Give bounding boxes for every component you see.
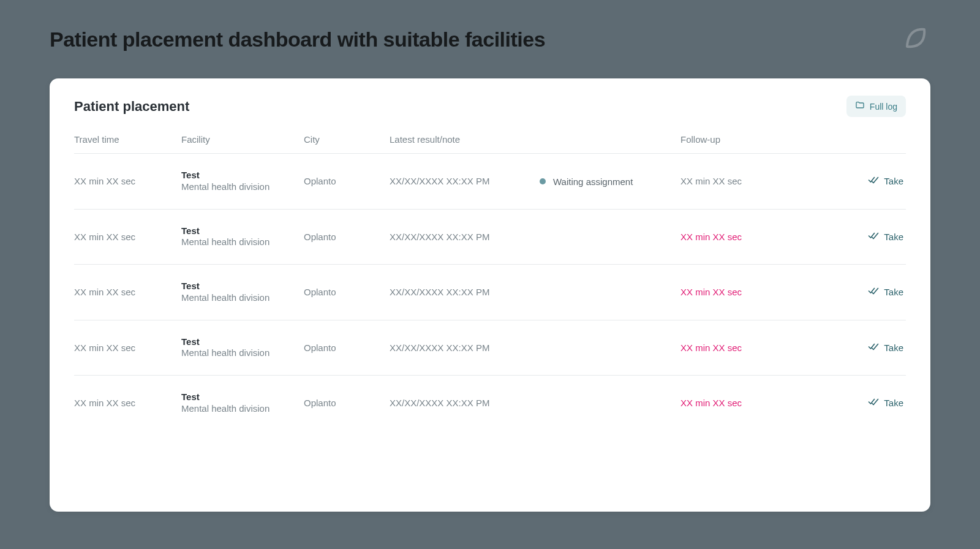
placements-table: Travel time Facility City Latest result/… bbox=[74, 127, 906, 431]
facility-subtitle: Mental health division bbox=[181, 292, 304, 304]
status-badge: Waiting assignment bbox=[540, 176, 633, 187]
status-text: Waiting assignment bbox=[553, 176, 633, 187]
cell-followup: XX min XX sec bbox=[680, 343, 803, 353]
double-check-icon bbox=[868, 341, 879, 354]
table-header: Travel time Facility City Latest result/… bbox=[74, 127, 906, 153]
col-travel-time: Travel time bbox=[74, 134, 181, 145]
cell-followup: XX min XX sec bbox=[680, 398, 803, 408]
table-row: XX min XX sec Test Mental health divisio… bbox=[74, 320, 906, 376]
facility-subtitle: Mental health division bbox=[181, 403, 304, 415]
cell-action: Take bbox=[803, 285, 907, 299]
double-check-icon bbox=[868, 286, 879, 298]
col-followup: Follow-up bbox=[680, 134, 803, 145]
cell-travel-time: XX min XX sec bbox=[74, 232, 181, 242]
cell-followup: XX min XX sec bbox=[680, 176, 803, 186]
facility-name: Test bbox=[181, 336, 304, 348]
full-log-button[interactable]: Full log bbox=[846, 96, 906, 117]
cell-travel-time: XX min XX sec bbox=[74, 398, 181, 408]
col-latest: Latest result/note bbox=[390, 134, 540, 145]
cell-action: Take bbox=[803, 230, 907, 244]
take-label: Take bbox=[884, 398, 903, 408]
cell-city: Oplanto bbox=[304, 232, 390, 242]
take-label: Take bbox=[884, 287, 903, 297]
table-row: XX min XX sec Test Mental health divisio… bbox=[74, 209, 906, 265]
cell-city: Oplanto bbox=[304, 176, 390, 186]
cell-facility: Test Mental health division bbox=[181, 281, 304, 304]
folder-icon bbox=[855, 100, 865, 112]
col-facility: Facility bbox=[181, 134, 304, 145]
double-check-icon bbox=[868, 175, 879, 187]
brand-leaf-icon bbox=[901, 25, 930, 54]
take-button[interactable]: Take bbox=[864, 230, 907, 244]
table-row: XX min XX sec Test Mental health divisio… bbox=[74, 375, 906, 431]
facility-subtitle: Mental health division bbox=[181, 347, 304, 359]
facility-name: Test bbox=[181, 392, 304, 403]
facility-name: Test bbox=[181, 281, 304, 292]
cell-latest: XX/XX/XXXX XX:XX PM bbox=[390, 176, 540, 186]
table-row: XX min XX sec Test Mental health divisio… bbox=[74, 153, 906, 209]
cell-latest: XX/XX/XXXX XX:XX PM bbox=[390, 232, 540, 242]
card-title: Patient placement bbox=[74, 99, 189, 115]
cell-facility: Test Mental health division bbox=[181, 170, 304, 193]
cell-action: Take bbox=[803, 341, 907, 355]
cell-latest: XX/XX/XXXX XX:XX PM bbox=[390, 343, 540, 353]
double-check-icon bbox=[868, 230, 879, 243]
cell-travel-time: XX min XX sec bbox=[74, 343, 181, 353]
take-button[interactable]: Take bbox=[864, 174, 907, 188]
cell-travel-time: XX min XX sec bbox=[74, 287, 181, 297]
page-title: Patient placement dashboard with suitabl… bbox=[50, 28, 545, 51]
full-log-label: Full log bbox=[870, 102, 897, 112]
cell-city: Oplanto bbox=[304, 398, 390, 408]
cell-city: Oplanto bbox=[304, 287, 390, 297]
table-row: XX min XX sec Test Mental health divisio… bbox=[74, 264, 906, 320]
take-button[interactable]: Take bbox=[864, 285, 907, 299]
patient-placement-card: Patient placement Full log Travel time F… bbox=[50, 78, 930, 512]
double-check-icon bbox=[868, 396, 879, 409]
take-label: Take bbox=[884, 343, 903, 353]
facility-subtitle: Mental health division bbox=[181, 237, 304, 248]
cell-facility: Test Mental health division bbox=[181, 336, 304, 360]
facility-name: Test bbox=[181, 170, 304, 181]
take-button[interactable]: Take bbox=[864, 341, 907, 355]
take-button[interactable]: Take bbox=[864, 396, 907, 410]
cell-city: Oplanto bbox=[304, 343, 390, 353]
cell-action: Take bbox=[803, 396, 907, 410]
cell-status: Waiting assignment bbox=[540, 176, 680, 187]
cell-facility: Test Mental health division bbox=[181, 392, 304, 415]
take-label: Take bbox=[884, 176, 903, 186]
cell-facility: Test Mental health division bbox=[181, 225, 304, 249]
cell-followup: XX min XX sec bbox=[680, 232, 803, 242]
cell-latest: XX/XX/XXXX XX:XX PM bbox=[390, 287, 540, 297]
take-label: Take bbox=[884, 232, 903, 242]
cell-followup: XX min XX sec bbox=[680, 287, 803, 297]
col-city: City bbox=[304, 134, 390, 145]
facility-name: Test bbox=[181, 225, 304, 237]
cell-latest: XX/XX/XXXX XX:XX PM bbox=[390, 398, 540, 408]
facility-subtitle: Mental health division bbox=[181, 181, 304, 193]
cell-travel-time: XX min XX sec bbox=[74, 176, 181, 186]
status-dot-icon bbox=[540, 178, 546, 184]
cell-action: Take bbox=[803, 174, 907, 188]
